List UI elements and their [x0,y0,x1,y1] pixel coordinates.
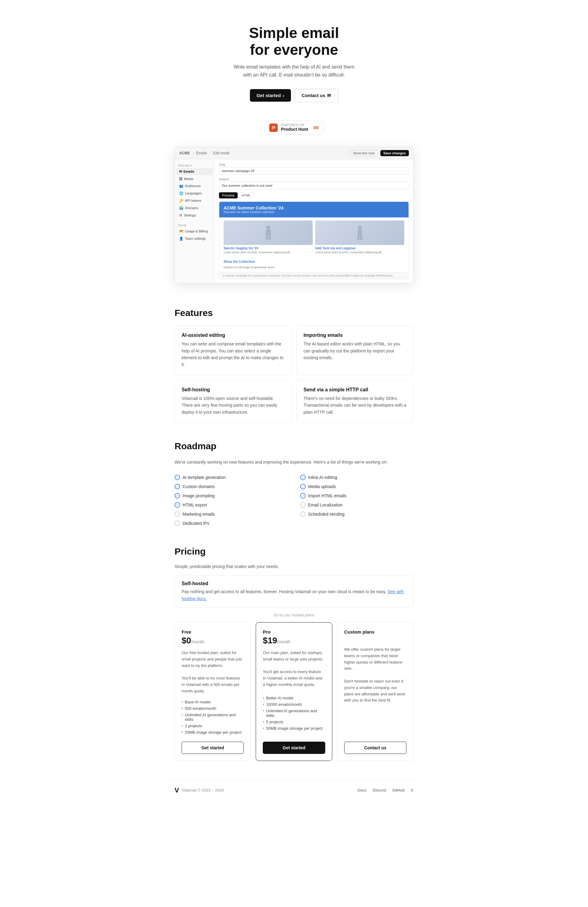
sidebar-item-domains[interactable]: 🌍 Domains [176,205,213,212]
svg-rect-5 [358,230,362,235]
ph-text: FEATURED ON Product Hunt [281,123,308,132]
roadmap-item-0: ✓ AI template generation [175,473,288,482]
svg-point-4 [358,225,362,229]
audiences-icon: 👥 [179,184,183,188]
subject-label: Subject [219,178,409,181]
sidebar-item-team[interactable]: 👤 Team settings [176,235,213,242]
ph-logo-icon: P [269,123,278,132]
roadmap-label-r2: Import HTML emails [308,493,347,498]
svg-rect-3 [269,235,271,240]
plan-pro-feature-0: Better AI model [263,695,325,701]
emails-icon: ✉ [179,170,182,174]
roadmap-item-2: ✓ Image prompting [175,491,288,500]
roadmap-label-0: AI template generation [183,475,226,480]
send-test-mail-button[interactable]: Send test mail [350,150,378,157]
roadmap-grid: ✓ AI template generation ✓ Custom domain… [175,473,413,528]
plan-custom-desc: We offer custom plans for larger teams o… [344,646,406,703]
media-icon: 🖼 [179,177,183,181]
feature-title-2: Self-hosting [182,387,285,393]
svg-rect-2 [266,235,268,240]
plan-pro-desc: Our main plan, suited for startups, smal… [263,650,325,691]
app-window: ACME › Emails › Edit email Send test mai… [175,147,413,284]
roadmap-pending-icon-5: ○ [175,521,180,526]
feature-title-3: Send via a simple HTTP call [303,387,406,393]
sidebar-item-emails[interactable]: ✉ Emails [176,168,213,175]
sidebar-item-billing[interactable]: 💳 Usage & Billing [176,228,213,235]
svg-point-0 [266,225,270,229]
footer-link-github[interactable]: GitHub [392,788,405,792]
slug-input[interactable] [219,167,409,175]
footer-link-discord[interactable]: Discord [373,788,386,792]
save-changes-button[interactable]: Save changes [380,150,409,156]
plan-custom-name: Custom plans [344,629,406,635]
tab-html[interactable]: HTML [238,192,254,199]
roadmap-pending-icon-4: ○ [175,511,180,517]
slug-row: Slug [219,163,409,175]
plan-free-desc: Our free hosted plan, suited for small p… [182,650,244,694]
api-icon: 🔑 [179,199,183,203]
product-title-2: A&E Tank top and Legginas [315,247,404,250]
custom-contact-us-button[interactable]: Contact us [344,742,406,754]
features-section: Features AI-assisted editing You can wri… [168,308,420,441]
product-title-1: Spectre Jogging Set '24 [224,247,313,250]
footer-link-docs[interactable]: Docs [357,788,367,792]
pro-get-started-button[interactable]: Get started [263,742,325,754]
feature-desc-1: The AI-based editor works with plain HTM… [303,341,406,361]
roadmap-check-icon-r0: ✓ [300,474,306,480]
domains-icon: 🌍 [179,206,183,210]
footer-link-x[interactable]: X [411,788,413,792]
app-sidebar: PROJECT ✉ Emails 🖼 Media 👥 Audiences 🌐 L… [175,159,215,283]
svg-rect-1 [266,230,271,235]
roadmap-label-1: Custom domains [183,484,215,489]
footer-logo: V [175,786,179,794]
sidebar-item-media[interactable]: 🖼 Media [176,175,213,182]
plan-free-feature-1: 500 emails/month [182,705,244,711]
plan-free-name: Free [182,629,244,635]
subject-input[interactable] [219,182,409,189]
roadmap-check-icon-1: ✓ [175,484,180,489]
plan-free-price: $0/month [182,636,244,646]
roadmap-check-icon-3: ✓ [175,502,180,508]
svg-rect-6 [357,234,359,240]
app-topbar: ACME › Emails › Edit email Send test mai… [175,147,413,159]
app-topbar-left: ACME › Emails › Edit email [179,151,229,155]
roadmap-item-1: ✓ Custom domains [175,482,288,491]
get-started-button[interactable]: Get started › [250,89,291,102]
contact-us-button[interactable]: Contact us ✉ [295,89,338,102]
sidebar-item-languages[interactable]: 🌐 Languages [176,190,213,197]
plan-pro-price: $19/month [263,636,325,646]
roadmap-label-2: Image prompting [183,493,215,498]
roadmap-label-3: HTML export [183,503,207,507]
app-screenshot: ACME › Emails › Edit email Send test mai… [168,147,420,284]
roadmap-item-r2: ✓ Import HTML emails [300,491,413,500]
self-hosted-desc: Pay nothing and get access to all featur… [182,588,406,602]
roadmap-item-r4: ○ Scheduled sending [300,510,413,519]
free-get-started-button[interactable]: Get started [182,742,244,754]
email-preview: ACME Summer Collection '24 Discover our … [219,202,409,280]
sidebar-item-api-tokens[interactable]: 🔑 API tokens [176,197,213,204]
app-main: Slug Subject Preview HTML ACME Summer Co… [215,159,413,283]
roadmap-check-icon-0: ✓ [175,474,180,480]
breadcrumb-sep2: › [210,151,211,155]
roadmap-label-r0: Inline AI editing [308,475,337,480]
roadmap-item-4: ○ Marketing emails [175,510,288,519]
slug-label: Slug [219,163,409,166]
roadmap-col-right: ✓ Inline AI editing ✓ Media uploads ✓ Im… [300,473,413,528]
product-image-2 [315,221,404,245]
svg-rect-7 [360,234,362,240]
plan-free-feature-4: 20MB image storage per project [182,729,244,736]
roadmap-check-icon-2: ✓ [175,493,180,498]
plan-pro-name: Pro [263,629,325,635]
roadmap-check-icon-r1: ✓ [300,484,306,489]
team-icon: 👤 [179,237,183,241]
plan-pro-feature-1: 10000 emails/month [263,701,325,708]
acme-label: ACME [179,151,190,155]
send-icon: ✉ [327,93,331,98]
languages-icon: 🌐 [179,191,183,196]
sidebar-item-settings[interactable]: ⚙ Settings [176,212,213,219]
sidebar-item-audiences[interactable]: 👥 Audiences [176,183,213,189]
product-hunt-badge[interactable]: P FEATURED ON Product Hunt 85 [0,121,588,135]
email-cta: Shop the Collection Explore our full ran… [219,257,409,272]
roadmap-item-5: ○ Dedicated IPs [175,519,288,528]
tab-preview[interactable]: Preview [219,192,238,199]
